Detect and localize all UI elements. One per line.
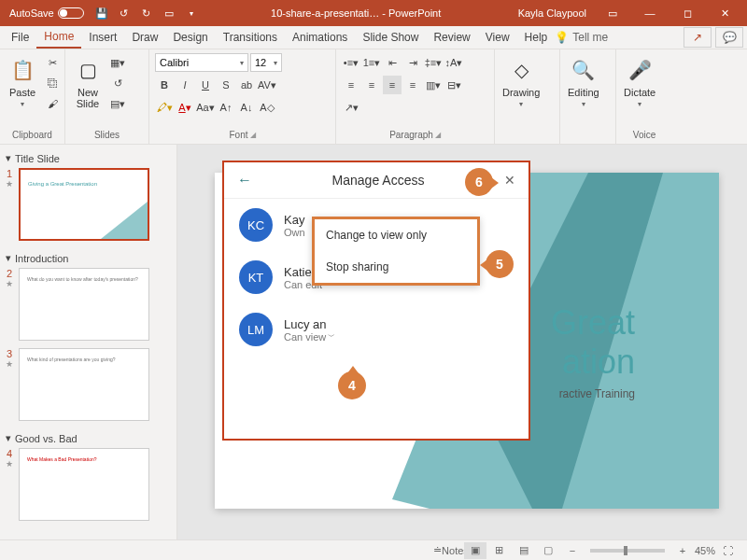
new-slide-button[interactable]: ▢ New Slide — [71, 53, 105, 111]
back-button[interactable]: ← — [237, 172, 252, 189]
tab-design[interactable]: Design — [165, 27, 215, 48]
tab-insert[interactable]: Insert — [81, 27, 124, 48]
shrink-font-button[interactable]: A↓ — [237, 98, 256, 117]
align-right-button[interactable]: ≡ — [383, 76, 402, 94]
decrease-indent-button[interactable]: ⇤ — [383, 53, 402, 72]
tab-help[interactable]: Help — [517, 27, 556, 48]
bold-button[interactable]: B — [155, 76, 174, 94]
user-permission[interactable]: Own — [284, 227, 305, 238]
user-permission[interactable]: Can view﹀ — [284, 331, 335, 343]
menu-change-view-only[interactable]: Change to view only — [315, 219, 477, 251]
numbering-button[interactable]: 1≡▾ — [362, 53, 381, 72]
tab-file[interactable]: File — [4, 27, 36, 48]
editing-button[interactable]: 🔍Editing▾ — [566, 53, 601, 110]
start-from-beginning-icon[interactable]: ▭ — [159, 3, 179, 23]
copy-icon[interactable]: ⿻ — [43, 74, 62, 92]
tell-me-search[interactable]: 💡 Tell me — [555, 31, 608, 44]
maximize-icon[interactable]: ◻ — [669, 0, 706, 26]
slide-subtitle[interactable]: ractive Training — [559, 387, 635, 400]
chevron-down-icon[interactable]: ▾ — [21, 100, 24, 108]
qat-dropdown-icon[interactable]: ▾ — [181, 3, 202, 23]
collapse-icon[interactable]: ▾ — [6, 152, 11, 164]
zoom-slider[interactable] — [590, 549, 665, 553]
spacing-button[interactable]: AV▾ — [258, 76, 276, 94]
tab-transitions[interactable]: Transitions — [216, 27, 285, 48]
notes-button[interactable]: ≐ Notes — [440, 542, 462, 559]
slide-thumbnail-4[interactable]: What Makes a Bad Presentation? — [19, 448, 149, 521]
font-size-combo[interactable]: 12▾ — [250, 53, 282, 72]
layout-icon[interactable]: ▦▾ — [108, 53, 127, 72]
thumb-text: What Makes a Bad Presentation? — [20, 449, 148, 469]
increase-indent-button[interactable]: ⇥ — [403, 53, 422, 72]
slide-thumbnail-2[interactable]: What do you want to know after today's p… — [19, 268, 149, 341]
grow-font-button[interactable]: A↑ — [217, 98, 235, 117]
tab-review[interactable]: Review — [426, 27, 477, 48]
bullets-button[interactable]: •≡▾ — [342, 53, 360, 72]
clear-format-button[interactable]: A◇ — [258, 98, 276, 117]
autosave-toggle[interactable]: AutoSave — [9, 7, 84, 19]
font-color-button[interactable]: A▾ — [176, 98, 194, 117]
share-button[interactable]: ↗ — [684, 27, 712, 48]
sorter-view-icon[interactable]: ⊞ — [488, 542, 511, 559]
align-center-button[interactable]: ≡ — [362, 76, 381, 94]
justify-button[interactable]: ≡ — [403, 76, 422, 94]
text-direction-button[interactable]: ↕A▾ — [444, 53, 463, 72]
paste-button[interactable]: 📋 Paste ▾ — [6, 53, 39, 110]
zoom-out-button[interactable]: − — [561, 542, 584, 559]
undo-icon[interactable]: ↺ — [114, 3, 134, 23]
reset-icon[interactable]: ↺ — [108, 74, 127, 92]
slideshow-view-icon[interactable]: ▢ — [537, 542, 559, 559]
tab-home[interactable]: Home — [36, 26, 81, 49]
change-case-button[interactable]: Aa▾ — [196, 98, 215, 117]
tab-draw[interactable]: Draw — [124, 27, 165, 48]
tab-view[interactable]: View — [478, 27, 517, 48]
slide-thumbnail-3[interactable]: What kind of presentations are you givin… — [19, 348, 149, 421]
columns-button[interactable]: ▥▾ — [424, 76, 443, 94]
section-good-vs-bad[interactable]: ▾Good vs. Bad — [4, 428, 173, 448]
slide-panel[interactable]: ▾Title Slide 1★ Giving a Great Presentat… — [0, 145, 177, 539]
shadow-button[interactable]: ab — [237, 76, 256, 94]
font-name-combo[interactable]: Calibri▾ — [155, 53, 248, 72]
strikethrough-button[interactable]: S — [217, 76, 235, 94]
format-painter-icon[interactable]: 🖌 — [43, 94, 62, 113]
tab-slideshow[interactable]: Slide Show — [355, 27, 426, 48]
fit-window-icon[interactable]: ⛶ — [716, 542, 739, 559]
highlight-button[interactable]: 🖍▾ — [155, 98, 174, 117]
dialog-launcher-icon[interactable]: ◢ — [435, 131, 441, 139]
dialog-launcher-icon[interactable]: ◢ — [250, 131, 256, 139]
collapse-icon[interactable]: ▾ — [6, 432, 11, 444]
align-text-button[interactable]: ⊟▾ — [444, 76, 463, 94]
close-icon[interactable]: ✕ — [706, 0, 743, 26]
user-row-lm[interactable]: LM Lucy anCan view﹀ — [224, 303, 529, 356]
comments-button[interactable]: 💬 — [715, 27, 743, 48]
section-icon[interactable]: ▤▾ — [108, 94, 127, 113]
drawing-button[interactable]: ◇Drawing▾ — [500, 53, 542, 110]
save-icon[interactable]: 💾 — [92, 3, 112, 23]
zoom-in-button[interactable]: + — [671, 542, 694, 559]
reading-view-icon[interactable]: ▤ — [513, 542, 535, 559]
section-introduction[interactable]: ▾Introduction — [4, 248, 173, 268]
slider-handle[interactable] — [624, 546, 627, 555]
section-title-slide[interactable]: ▾Title Slide — [4, 148, 173, 168]
chevron-down-icon: ﹀ — [328, 331, 335, 342]
menu-stop-sharing[interactable]: Stop sharing — [315, 251, 477, 283]
slide-title[interactable]: Great ation — [551, 303, 635, 382]
close-button[interactable]: ✕ — [504, 173, 515, 188]
collapse-icon[interactable]: ▾ — [6, 252, 11, 264]
minimize-icon[interactable]: — — [631, 0, 669, 26]
tab-animations[interactable]: Animations — [285, 27, 355, 48]
align-left-button[interactable]: ≡ — [342, 76, 360, 94]
dictate-button[interactable]: 🎤Dictate▾ — [622, 53, 657, 110]
toggle-switch-icon[interactable] — [58, 7, 84, 19]
cut-icon[interactable]: ✂ — [43, 53, 62, 72]
user-name[interactable]: Kayla Claypool — [518, 7, 586, 19]
normal-view-icon[interactable]: ▣ — [464, 542, 486, 559]
slide-thumbnail-1[interactable]: Giving a Great Presentation — [19, 168, 149, 241]
underline-button[interactable]: U — [196, 76, 215, 94]
zoom-level[interactable]: 45% — [695, 545, 715, 556]
line-spacing-button[interactable]: ‡≡▾ — [424, 53, 443, 72]
redo-icon[interactable]: ↻ — [136, 3, 157, 23]
ribbon-options-icon[interactable]: ▭ — [594, 0, 631, 26]
italic-button[interactable]: I — [176, 76, 194, 94]
smartart-button[interactable]: ↗▾ — [342, 98, 360, 117]
